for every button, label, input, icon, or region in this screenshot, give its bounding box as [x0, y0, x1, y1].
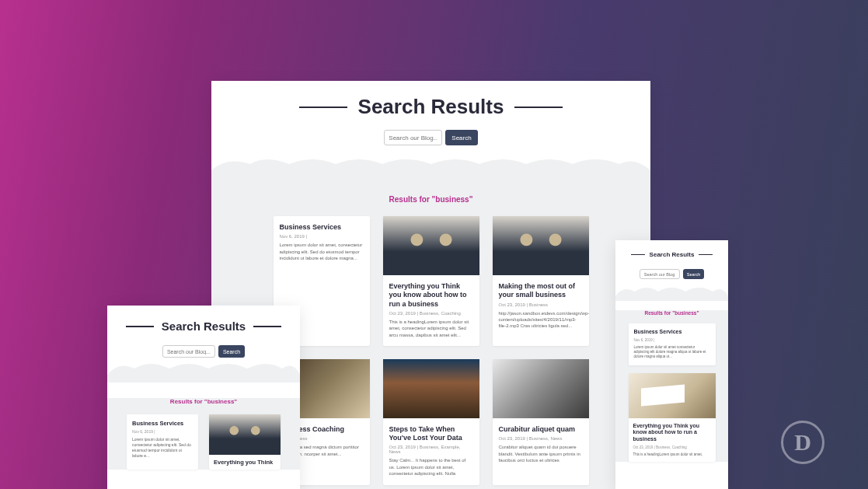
card-meta: Oct 23, 2019 | Business, Coaching: [389, 311, 473, 316]
card-excerpt: Curabitur aliquet quam id dui posuere bl…: [499, 444, 583, 463]
cloud-divider: [615, 285, 728, 301]
mobile-header: Search Results Search: [615, 251, 728, 299]
result-card[interactable]: Making the most out of your small busine…: [493, 216, 589, 346]
card-excerpt: Stay Calm... It happens to the best of u…: [389, 457, 473, 477]
page-title: Search Results: [650, 251, 695, 258]
card-meta: Nov 6, 2019 |: [280, 234, 364, 239]
card-title: Everything you Think you know about how …: [389, 282, 473, 309]
card-excerpt: Lorem ipsum dolor sit amet, consectetur …: [280, 242, 364, 261]
search-input[interactable]: [384, 130, 442, 145]
page-title: Search Results: [162, 320, 246, 333]
card-title: Business Services: [132, 420, 193, 427]
results-label: Results for "business": [107, 398, 300, 405]
card-title: Business Services: [280, 223, 364, 232]
title-line-left: [631, 254, 645, 256]
card-excerpt: Lorem ipsum dolor sit amet consectetur a…: [634, 345, 710, 360]
results-grid: Business Services Nov 6, 2019 | Lorem ip…: [107, 414, 300, 470]
result-card[interactable]: Curabitur aliquet quam Oct 23, 2019 | Bu…: [493, 359, 589, 485]
title-line-right: [514, 107, 563, 108]
card-meta: Oct 23, 2019 | Business, Example, News: [389, 445, 473, 454]
card-title: Curabitur aliquet quam: [499, 425, 583, 434]
results-label: Results for "business": [211, 195, 650, 204]
card-image: [383, 216, 479, 275]
page-title: Search Results: [358, 95, 504, 119]
card-image: [629, 373, 716, 418]
title-line-left: [299, 107, 347, 108]
title-line-left: [126, 326, 154, 327]
card-image: [383, 359, 479, 418]
result-card[interactable]: Business Services Nov 6, 2019 | Lorem ip…: [127, 414, 198, 470]
card-excerpt: Lorem ipsum dolor sit amet, consectetur …: [132, 437, 193, 459]
tablet-mockup: Search Results Search Results for "busin…: [107, 306, 300, 489]
mobile-mockup: Search Results Search Results for "busin…: [615, 240, 728, 489]
card-image: [209, 414, 281, 455]
card-title: Making the most out of your small busine…: [499, 282, 583, 300]
title-row: Search Results: [107, 320, 300, 333]
card-title: Business Services: [634, 329, 710, 336]
desktop-header: Search Results Search: [211, 81, 650, 176]
results-grid: Business Services Nov 6, 2019 | Lorem ip…: [615, 323, 728, 462]
card-meta: Oct 23, 2019 | Business: [499, 302, 583, 307]
card-meta: Oct 23, 2019 | Business, Coaching: [633, 445, 711, 449]
result-card[interactable]: Steps to Take When You've Lost Your Data…: [383, 359, 479, 485]
card-title: Everything you Think: [214, 459, 276, 466]
card-title: Everything you Think you know about how …: [633, 423, 711, 443]
card-excerpt: http://jason.sandbox.etdevs.com/design/w…: [499, 310, 583, 330]
cloud-divider: [211, 156, 650, 178]
card-meta: Nov 6, 2019 |: [634, 338, 710, 342]
results-label: Results for "business": [615, 310, 728, 316]
search-button[interactable]: Search: [683, 269, 704, 279]
title-line-right: [253, 326, 281, 327]
result-card[interactable]: Everything you Think: [209, 414, 281, 470]
card-meta: Oct 23, 2019 | Business, News: [499, 436, 583, 441]
result-card[interactable]: Business Services Nov 6, 2019 | Lorem ip…: [629, 323, 716, 365]
search-input[interactable]: [162, 345, 215, 358]
tablet-header: Search Results Search: [107, 320, 300, 381]
card-meta: Nov 6, 2019 |: [132, 429, 193, 434]
search-button[interactable]: Search: [445, 130, 477, 145]
divi-logo-icon: D: [781, 421, 824, 464]
title-row: Search Results: [615, 251, 728, 258]
search-button[interactable]: Search: [218, 345, 245, 358]
card-excerpt: This is a headingLorem ipsum dolor sit a…: [389, 319, 473, 338]
title-row: Search Results: [211, 95, 650, 119]
card-image: [493, 216, 589, 275]
card-title: Steps to Take When You've Lost Your Data: [389, 425, 473, 443]
cloud-divider: [107, 361, 300, 382]
search-input[interactable]: [640, 269, 680, 279]
result-card[interactable]: Everything you Think you know about how …: [383, 216, 479, 346]
result-card[interactable]: Everything you Think you know about how …: [629, 373, 716, 463]
card-image: [493, 359, 589, 418]
card-excerpt: This is a headingLorem ipsum dolor sit a…: [633, 452, 711, 457]
title-line-right: [699, 254, 713, 256]
